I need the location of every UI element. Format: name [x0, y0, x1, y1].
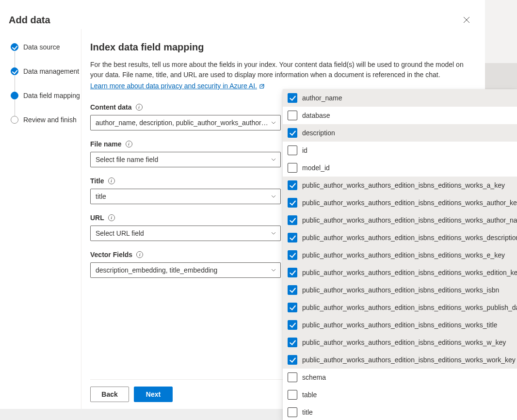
- next-button[interactable]: Next: [134, 387, 173, 402]
- url-select[interactable]: Select URL field: [90, 226, 281, 241]
- chevron-down-icon: [271, 194, 276, 199]
- dropdown-option[interactable]: author_name: [283, 89, 517, 107]
- checkbox-icon: [288, 372, 297, 382]
- option-label: model_id: [302, 164, 330, 172]
- dropdown-option[interactable]: database: [283, 107, 517, 124]
- field-vector-fields: Vector Fields description_embedding, tit…: [90, 251, 281, 278]
- chevron-down-icon: [271, 157, 276, 162]
- field-label: URL: [90, 214, 281, 222]
- checkbox-icon: [288, 320, 297, 330]
- dropdown-option[interactable]: public_author_works_authors_edition_isbn…: [283, 229, 517, 246]
- option-label: public_author_works_authors_edition_isbn…: [302, 251, 505, 259]
- chevron-down-icon: [271, 230, 276, 236]
- field-file-name: File name Select file name field: [90, 140, 281, 167]
- field-content-data: Content data author_name, description, p…: [90, 103, 281, 130]
- step-label: Data field mapping: [23, 92, 80, 99]
- step-label: Data source: [23, 43, 60, 51]
- dropdown-option[interactable]: title: [283, 404, 517, 420]
- option-label: public_author_works_authors_edition_isbn…: [302, 234, 517, 242]
- external-link-icon: [259, 83, 265, 89]
- content-data-select[interactable]: author_name, description, public_author_…: [90, 115, 281, 130]
- label-text: URL: [90, 214, 104, 222]
- info-icon[interactable]: [108, 178, 115, 184]
- dropdown-option[interactable]: public_author_works_authors_edition_isbn…: [283, 246, 517, 264]
- step-data-field-mapping[interactable]: Data field mapping: [11, 91, 81, 115]
- label-text: Vector Fields: [90, 251, 132, 258]
- back-button[interactable]: Back: [90, 387, 129, 402]
- dropdown-option[interactable]: public_author_works_authors_edition_isbn…: [283, 334, 517, 351]
- file-name-select[interactable]: Select file name field: [90, 152, 281, 167]
- option-label: database: [302, 112, 330, 119]
- option-label: public_author_works_authors_edition_isbn…: [302, 286, 499, 294]
- field-label: Content data: [90, 103, 281, 111]
- checkbox-icon: [288, 250, 297, 260]
- content-data-dropdown[interactable]: author_namedatabasedescriptionidmodel_id…: [283, 89, 517, 420]
- dropdown-option[interactable]: description: [283, 124, 517, 142]
- vector-fields-select[interactable]: description_embedding, title_embedding: [90, 262, 281, 278]
- checkbox-icon: [288, 93, 297, 103]
- field-label: File name: [90, 140, 281, 148]
- checkbox-icon: [288, 407, 297, 417]
- wizard-stepper: Data source Data management Data field m…: [0, 29, 81, 409]
- checkbox-icon: [288, 198, 297, 208]
- checkbox-icon: [288, 268, 297, 277]
- dropdown-option[interactable]: model_id: [283, 159, 517, 177]
- checkbox-icon: [288, 111, 297, 120]
- dropdown-option[interactable]: public_author_works_authors_edition_isbn…: [283, 281, 517, 299]
- modal-header: Add data: [0, 0, 485, 29]
- close-icon: [463, 16, 470, 23]
- learn-more-link[interactable]: Learn more about data privacy and securi…: [90, 82, 474, 90]
- page-description: For the best results, tell us more about…: [90, 60, 474, 80]
- option-label: public_author_works_authors_edition_isbn…: [302, 269, 517, 276]
- option-label: title: [302, 408, 313, 416]
- checkbox-icon: [288, 215, 297, 225]
- dropdown-option[interactable]: public_author_works_authors_edition_isbn…: [283, 264, 517, 281]
- checkbox-icon: [288, 128, 297, 138]
- label-text: Content data: [90, 103, 132, 111]
- option-label: public_author_works_authors_edition_isbn…: [302, 199, 517, 207]
- checkbox-icon: [288, 145, 297, 155]
- chevron-down-icon: [271, 267, 276, 273]
- option-label: public_author_works_authors_edition_isbn…: [302, 339, 506, 346]
- info-icon[interactable]: [126, 141, 132, 147]
- dropdown-option[interactable]: schema: [283, 369, 517, 386]
- option-label: id: [302, 146, 307, 154]
- option-label: public_author_works_authors_edition_isbn…: [302, 181, 505, 189]
- dropdown-option[interactable]: public_author_works_authors_edition_isbn…: [283, 299, 517, 316]
- close-button[interactable]: [459, 12, 474, 28]
- option-label: schema: [302, 373, 326, 381]
- dropdown-option[interactable]: public_author_works_authors_edition_isbn…: [283, 194, 517, 211]
- dropdown-option[interactable]: public_author_works_authors_edition_isbn…: [283, 177, 517, 194]
- step-label: Data management: [23, 67, 79, 75]
- checkbox-icon: [288, 303, 297, 312]
- step-review-and-finish[interactable]: Review and finish: [11, 115, 81, 140]
- field-url: URL Select URL field: [90, 214, 281, 241]
- checkbox-icon: [288, 390, 297, 400]
- field-title: Title title: [90, 177, 281, 204]
- check-icon: [11, 67, 18, 75]
- dropdown-option[interactable]: public_author_works_authors_edition_isbn…: [283, 351, 517, 369]
- select-placeholder: Select URL field: [96, 229, 144, 237]
- dropdown-option[interactable]: public_author_works_authors_edition_isbn…: [283, 211, 517, 229]
- checkbox-icon: [288, 338, 297, 347]
- page-heading: Index data field mapping: [90, 42, 474, 53]
- info-icon[interactable]: [136, 104, 143, 111]
- step-data-management[interactable]: Data management: [11, 67, 81, 91]
- label-text: Title: [90, 177, 104, 185]
- dropdown-option[interactable]: public_author_works_authors_edition_isbn…: [283, 316, 517, 334]
- link-text: Learn more about data privacy and securi…: [90, 82, 257, 90]
- pending-step-icon: [11, 116, 18, 124]
- checkbox-icon: [288, 285, 297, 295]
- checkbox-icon: [288, 180, 297, 190]
- info-icon[interactable]: [108, 214, 115, 221]
- label-text: File name: [90, 140, 122, 148]
- step-data-source[interactable]: Data source: [11, 43, 81, 67]
- dropdown-option[interactable]: table: [283, 386, 517, 404]
- checkbox-icon: [288, 233, 297, 242]
- info-icon[interactable]: [136, 251, 143, 258]
- title-select[interactable]: title: [90, 189, 281, 204]
- modal-title: Add data: [9, 15, 50, 26]
- dropdown-option[interactable]: id: [283, 142, 517, 159]
- select-value: title: [96, 193, 106, 200]
- select-value: description_embedding, title_embedding: [96, 266, 217, 274]
